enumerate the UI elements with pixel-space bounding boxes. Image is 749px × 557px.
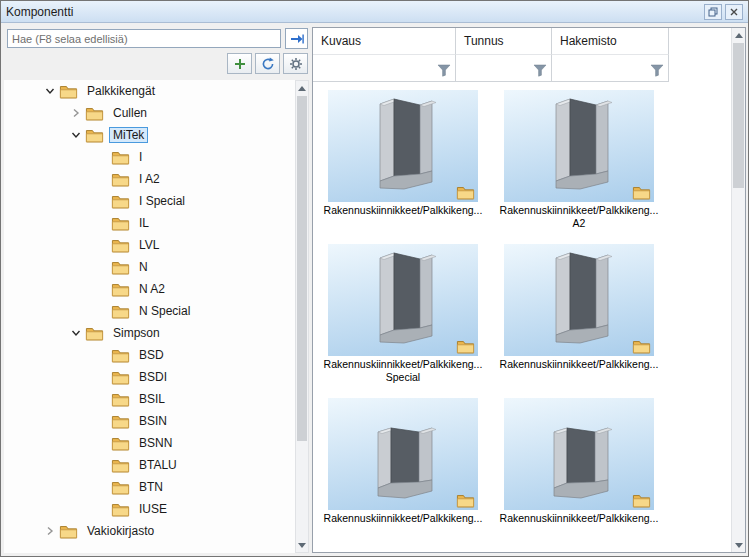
titlebar[interactable]: Komponentti <box>1 1 748 23</box>
tree-item-iuse[interactable]: IUSE <box>4 498 295 520</box>
component-thumbnail <box>328 244 478 356</box>
component-card[interactable]: Rakennuskiinnikkeet/Palkkikeng... <box>491 244 667 398</box>
component-card[interactable]: Rakennuskiinnikkeet/Palkkikeng... <box>315 90 491 244</box>
component-label: Rakennuskiinnikkeet/Palkkikeng... Specia… <box>315 358 491 384</box>
column-header-kuvaus[interactable]: Kuvaus <box>313 28 456 55</box>
list-scrollbar-thumb[interactable] <box>733 43 744 188</box>
column-header-tunnus[interactable]: Tunnus <box>456 28 552 55</box>
tree-item-il[interactable]: IL <box>4 212 295 234</box>
tree-scroll-down-button[interactable] <box>296 538 308 552</box>
folder-icon <box>111 436 130 451</box>
folder-icon <box>111 304 130 319</box>
float-window-button[interactable] <box>704 4 722 20</box>
folder-icon <box>85 106 104 121</box>
tunnus-filter-button[interactable] <box>532 63 548 78</box>
folder-icon <box>111 260 130 275</box>
folder-icon <box>111 238 130 253</box>
tree-item-btalu[interactable]: BTALU <box>4 454 295 476</box>
component-card[interactable]: Rakennuskiinnikkeet/Palkkikeng... <box>315 398 491 552</box>
tree-item-label: Vakiokirjasto <box>83 523 158 539</box>
column-headers: Kuvaus Tunnus Hakemisto <box>313 28 745 55</box>
titlebar-controls <box>704 4 743 20</box>
chevron-icon[interactable] <box>41 82 59 100</box>
arrow-down-icon <box>298 543 306 548</box>
component-label-line1: Rakennuskiinnikkeet/Palkkikeng... <box>491 204 667 217</box>
component-label: Rakennuskiinnikkeet/Palkkikeng... <box>491 358 667 371</box>
folder-icon <box>59 84 78 99</box>
component-card[interactable]: Rakennuskiinnikkeet/Palkkikeng... <box>491 398 667 552</box>
close-icon <box>729 7 739 17</box>
component-card[interactable]: Rakennuskiinnikkeet/Palkkikeng... Specia… <box>315 244 491 398</box>
tree-item-i-a2[interactable]: I A2 <box>4 168 295 190</box>
tree-scrollbar[interactable] <box>295 80 309 553</box>
tree-item-bsin[interactable]: BSIN <box>4 410 295 432</box>
folder-badge-icon <box>456 493 475 508</box>
settings-button[interactable] <box>283 53 308 74</box>
tree-item-label: LVL <box>135 237 163 253</box>
component-thumbnail <box>504 90 654 202</box>
component-list-panel: Kuvaus Tunnus Hakemisto <box>312 27 746 553</box>
chevron-icon[interactable] <box>41 522 59 540</box>
folder-badge-icon <box>632 339 651 354</box>
tree-scroll-up-button[interactable] <box>296 81 308 95</box>
tree-item-bsnn[interactable]: BSNN <box>4 432 295 454</box>
refresh-button[interactable] <box>255 53 280 74</box>
arrow-down-icon <box>735 543 743 548</box>
search-input[interactable] <box>7 29 281 48</box>
tree-item-btn[interactable]: BTN <box>4 476 295 498</box>
catalog-toolbar <box>7 53 308 74</box>
chevron-icon[interactable] <box>67 324 85 342</box>
chevron-icon[interactable] <box>67 104 85 122</box>
component-catalog-window: Komponentti <box>0 0 749 557</box>
component-label: Rakennuskiinnikkeet/Palkkikeng... <box>315 204 491 217</box>
tree-item-bsd[interactable]: BSD <box>4 344 295 366</box>
hakemisto-filter-button[interactable] <box>649 63 665 78</box>
column-header-hakemisto[interactable]: Hakemisto <box>552 28 669 55</box>
tree-item-mitek[interactable]: MiTek <box>4 124 295 146</box>
filter-funnel-icon <box>437 64 451 77</box>
component-label-line2: Special <box>315 371 491 384</box>
tree-item-bsdi[interactable]: BSDI <box>4 366 295 388</box>
tree-item-simpson[interactable]: Simpson <box>4 322 295 344</box>
tree-item-cullen[interactable]: Cullen <box>4 102 295 124</box>
tree-item-label: BSDI <box>135 369 171 385</box>
add-button[interactable] <box>227 53 252 74</box>
folder-icon <box>111 370 130 385</box>
component-label-line1: Rakennuskiinnikkeet/Palkkikeng... <box>315 204 491 217</box>
tree-item-palkkikengät[interactable]: Palkkikengät <box>4 80 295 102</box>
kuvaus-filter-button[interactable] <box>436 63 452 78</box>
tunnus-filter-cell <box>456 55 552 82</box>
plus-icon <box>233 57 247 71</box>
component-tree: Palkkikengät Cullen MiTek <box>4 80 295 553</box>
tree-item-lvl[interactable]: LVL <box>4 234 295 256</box>
list-scrollbar[interactable] <box>731 28 745 552</box>
arrow-up-icon <box>298 86 306 91</box>
restore-icon <box>708 7 718 17</box>
folder-badge-icon <box>456 339 475 354</box>
folder-icon <box>111 458 130 473</box>
tree-item-bsil[interactable]: BSIL <box>4 388 295 410</box>
tree-item-n-special[interactable]: N Special <box>4 300 295 322</box>
close-button[interactable] <box>725 4 743 20</box>
hakemisto-filter-cell <box>552 55 669 82</box>
search-go-button[interactable] <box>285 28 308 49</box>
filter-funnel-icon <box>533 64 547 77</box>
chevron-icon[interactable] <box>67 126 85 144</box>
tree-item-label: N <box>135 259 152 275</box>
component-label-line1: Rakennuskiinnikkeet/Palkkikeng... <box>315 358 491 371</box>
component-label-line1: Rakennuskiinnikkeet/Palkkikeng... <box>491 358 667 371</box>
tree-item-n[interactable]: N <box>4 256 295 278</box>
tree-item-vakiokirjasto[interactable]: Vakiokirjasto <box>4 520 295 542</box>
folder-icon <box>111 502 130 517</box>
list-scroll-up-button[interactable] <box>732 28 745 42</box>
folder-icon <box>111 282 130 297</box>
component-thumbnail <box>504 244 654 356</box>
list-scroll-down-button[interactable] <box>732 538 745 552</box>
component-thumbnail <box>328 90 478 202</box>
tree-item-i[interactable]: I <box>4 146 295 168</box>
component-card[interactable]: Rakennuskiinnikkeet/Palkkikeng... A2 <box>491 90 667 244</box>
tree-scrollbar-thumb[interactable] <box>297 96 307 441</box>
component-label: Rakennuskiinnikkeet/Palkkikeng... A2 <box>491 204 667 230</box>
tree-item-i-special[interactable]: I Special <box>4 190 295 212</box>
tree-item-n-a2[interactable]: N A2 <box>4 278 295 300</box>
